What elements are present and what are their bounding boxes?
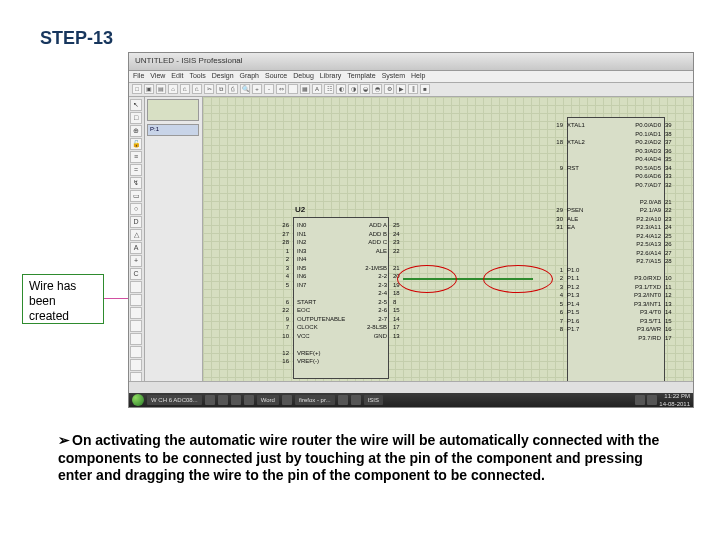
tool-button[interactable]: ▭ <box>130 190 142 202</box>
toolbar-button[interactable]: ◑ <box>348 84 358 94</box>
menu-item[interactable]: Help <box>411 72 425 81</box>
toolbar-button[interactable]: ⎙ <box>228 84 238 94</box>
menu-item[interactable]: Template <box>347 72 375 81</box>
slide-title: STEP-13 <box>40 28 113 49</box>
toolbar-button[interactable]: ◓ <box>372 84 382 94</box>
app-toolbar: □▣▤⌂⎌⎌✂⧉⎙🔍+-⇔▦A☷◐◑◒◓⚙▶‖■ <box>129 83 693 97</box>
toolbar-button[interactable]: A <box>312 84 322 94</box>
tool-button[interactable]: C <box>130 268 142 280</box>
toolbar-button[interactable]: ▦ <box>300 84 310 94</box>
tool-button[interactable] <box>130 281 142 293</box>
tool-button[interactable]: ⊕ <box>130 125 142 137</box>
toolbar-button[interactable]: ⌂ <box>168 84 178 94</box>
taskbar-item[interactable]: W CH 6 ADC08... <box>147 395 202 405</box>
toolbar-button[interactable]: ☷ <box>324 84 334 94</box>
tool-button[interactable] <box>130 333 142 345</box>
part-item[interactable]: P:1 <box>147 124 199 136</box>
tool-button[interactable]: ↯ <box>130 177 142 189</box>
toolbar-button[interactable]: 🔍 <box>240 84 250 94</box>
menu-item[interactable]: Graph <box>240 72 259 81</box>
slide-body-text: On activating the automatic wire router … <box>58 432 659 483</box>
big-right-nums: 39 38 37 36 35 34 33 32 21 22 23 24 25 2… <box>665 121 681 342</box>
app-statusbar <box>129 381 693 393</box>
highlight-ellipse-left <box>397 265 457 293</box>
big-left-nums: 19 18 9 29 30 31 1 2 3 4 5 6 7 8 <box>547 121 563 334</box>
big-right-names: P0.0/AD0 P0.1/AD1 P0.2/AD2 P0.3/AD3 P0.4… <box>613 121 661 342</box>
toolbar-button[interactable]: ◐ <box>336 84 346 94</box>
toolbar-button[interactable]: - <box>264 84 274 94</box>
taskbar-item[interactable]: ISIS <box>364 395 383 405</box>
schematic-canvas[interactable]: U2 26 27 28 1 2 3 4 5 6 22 9 7 10 12 16 … <box>203 97 693 393</box>
tool-button[interactable]: □ <box>130 112 142 124</box>
taskbar-item[interactable] <box>282 395 292 405</box>
tool-button[interactable]: ↖ <box>130 99 142 111</box>
tool-button[interactable] <box>130 307 142 319</box>
overview-thumb <box>147 99 199 121</box>
app-menubar: FileViewEditToolsDesignGraphSourceDebugL… <box>129 71 693 83</box>
toolbar-button[interactable]: ▶ <box>396 84 406 94</box>
taskbar-item[interactable] <box>244 395 254 405</box>
menu-item[interactable]: View <box>150 72 165 81</box>
toolbar-button[interactable]: ◒ <box>360 84 370 94</box>
tool-button[interactable] <box>130 346 142 358</box>
u2-left-nums: 26 27 28 1 2 3 4 5 6 22 9 7 10 12 16 <box>271 221 289 366</box>
system-tray: 11:22 PM 14-08-2011 <box>635 392 690 408</box>
menu-item[interactable]: Debug <box>293 72 314 81</box>
highlight-ellipse-right <box>483 265 553 293</box>
big-left-names: XTAL1 XTAL2 RST PSEN ALE EA P1.0 P1.1 P1… <box>567 121 609 334</box>
menu-item[interactable]: File <box>133 72 144 81</box>
menu-item[interactable]: System <box>382 72 405 81</box>
start-button[interactable] <box>132 394 144 406</box>
menu-item[interactable]: Edit <box>171 72 183 81</box>
toolbar-button[interactable]: ⇔ <box>276 84 286 94</box>
toolbar-button[interactable]: ▤ <box>156 84 166 94</box>
taskbar-item[interactable] <box>231 395 241 405</box>
u2-right-names: ADD A ADD B ADD C ALE 2-1MSB 2-2 2-3 2-4… <box>345 221 387 340</box>
taskbar-item[interactable] <box>338 395 348 405</box>
tool-button[interactable]: A <box>130 242 142 254</box>
device-browser: P:1 <box>145 97 203 393</box>
menu-item[interactable]: Library <box>320 72 341 81</box>
u2-left-names: IN0 IN1 IN2 IN3 IN4 IN5 IN6 IN7 START EO… <box>297 221 345 366</box>
toolbar-button[interactable] <box>288 84 298 94</box>
tray-icon[interactable] <box>647 395 657 405</box>
toolbar-button[interactable]: ✂ <box>204 84 214 94</box>
menu-item[interactable]: Tools <box>189 72 205 81</box>
toolbar-button[interactable]: ⎌ <box>180 84 190 94</box>
wire-created-callout: Wire has been created <box>22 274 104 324</box>
app-titlebar: UNTITLED - ISIS Professional <box>129 53 693 71</box>
taskbar-item[interactable]: Word <box>257 395 279 405</box>
toolbar-button[interactable]: + <box>252 84 262 94</box>
toolbar-button[interactable]: ⎌ <box>192 84 202 94</box>
taskbar-clock: 11:22 PM 14-08-2011 <box>659 392 690 408</box>
tool-button[interactable]: 🔓 <box>130 138 142 150</box>
u2-refdes: U2 <box>295 205 305 214</box>
tool-button[interactable] <box>130 294 142 306</box>
slide-body: ➢On activating the automatic wire router… <box>58 432 672 485</box>
tool-button[interactable]: = <box>130 164 142 176</box>
tool-button[interactable]: ≡ <box>130 151 142 163</box>
toolbar-button[interactable]: □ <box>132 84 142 94</box>
tool-button[interactable]: ○ <box>130 203 142 215</box>
toolbar-button[interactable]: ▣ <box>144 84 154 94</box>
toolbar-button[interactable]: ⚙ <box>384 84 394 94</box>
tool-button[interactable]: △ <box>130 229 142 241</box>
left-toolbar: ↖□⊕🔓≡=↯▭○D△A+C <box>129 97 145 393</box>
windows-taskbar: W CH 6 ADC08...Wordfirefox - pr...ISIS 1… <box>129 393 693 407</box>
menu-item[interactable]: Design <box>212 72 234 81</box>
proteus-screenshot: UNTITLED - ISIS Professional FileViewEdi… <box>128 52 694 408</box>
taskbar-item[interactable] <box>218 395 228 405</box>
bullet-icon: ➢ <box>58 432 72 450</box>
toolbar-button[interactable]: ■ <box>420 84 430 94</box>
tool-button[interactable] <box>130 359 142 371</box>
tool-button[interactable] <box>130 320 142 332</box>
taskbar-item[interactable] <box>351 395 361 405</box>
menu-item[interactable]: Source <box>265 72 287 81</box>
tool-button[interactable]: + <box>130 255 142 267</box>
toolbar-button[interactable]: ⧉ <box>216 84 226 94</box>
tool-button[interactable]: D <box>130 216 142 228</box>
taskbar-item[interactable] <box>205 395 215 405</box>
toolbar-button[interactable]: ‖ <box>408 84 418 94</box>
taskbar-item[interactable]: firefox - pr... <box>295 395 335 405</box>
tray-icon[interactable] <box>635 395 645 405</box>
